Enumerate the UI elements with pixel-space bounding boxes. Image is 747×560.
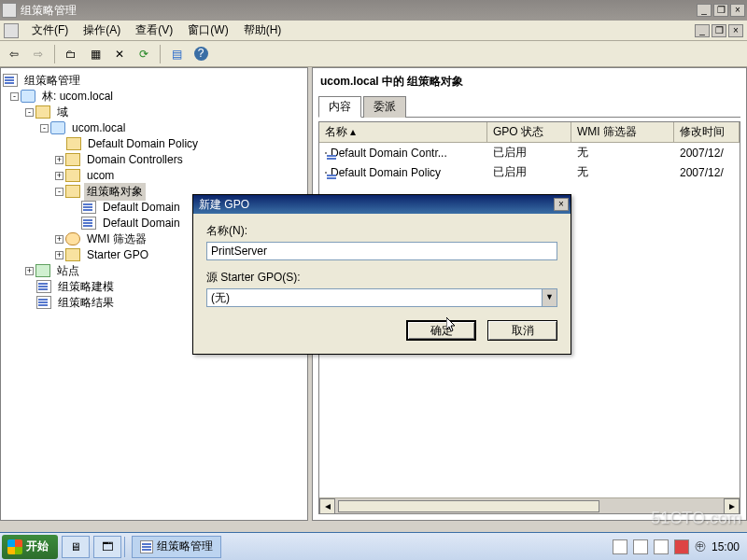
menu-action[interactable]: 操作(A) [76,21,128,40]
clock[interactable]: 15:00 [712,540,740,553]
maximize-button[interactable]: ❐ [713,4,728,17]
tree-default-domain-policy[interactable]: Default Domain Policy [3,136,305,151]
help-icon: ? [194,47,208,61]
expand-icon[interactable]: + [55,172,63,180]
menu-help[interactable]: 帮助(H) [236,21,289,40]
scroll-thumb[interactable] [338,500,599,512]
source-label: 源 Starter GPO(S): [206,270,557,286]
col-name[interactable]: 名称 ▴ [319,122,487,142]
delete-button[interactable]: ✕ [109,44,130,64]
dialog-titlebar[interactable]: 新建 GPO × [193,195,571,214]
gpo-icon [325,172,327,174]
show-hide-tree-button[interactable]: ▦ [85,44,106,64]
start-button[interactable]: 开始 [2,535,58,559]
expand-icon[interactable]: + [55,156,63,164]
child-minimize-button[interactable]: _ [695,24,710,37]
expand-icon[interactable]: + [55,235,63,244]
desktop-icon: 🖥 [70,540,81,553]
toolbar-separator [54,45,55,63]
gpo-folder-icon [65,185,80,198]
expand-icon[interactable]: + [25,267,34,275]
source-starter-combo[interactable]: (无) ▼ [206,288,557,307]
up-button[interactable]: 🗀 [61,44,81,64]
gpo-name-input[interactable] [206,242,557,260]
child-restore-button[interactable]: ❐ [712,24,726,37]
chevron-down-icon[interactable]: ▼ [542,289,557,306]
scroll-left-icon[interactable]: ◂ [319,498,335,514]
sites-icon [35,264,50,277]
delete-icon: ✕ [115,48,124,61]
col-wmi[interactable]: WMI 筛选器 [571,122,674,142]
tabs: 内容 委派 [318,95,740,118]
gpo-link-icon [66,137,81,150]
windows-flag-icon [7,539,22,554]
taskbar-separator [124,537,125,557]
new-gpo-dialog: 新建 GPO × 名称(N): 源 Starter GPO(S): (无) ▼ … [192,194,571,355]
folder-up-icon: 🗀 [65,48,77,61]
tree-domain-controllers[interactable]: +Domain Controllers [3,152,305,167]
forward-button[interactable]: ⇨ [28,44,49,64]
collapse-icon[interactable]: - [10,92,19,101]
quicklaunch-item[interactable]: 🗔 [93,536,121,558]
gpo-icon [81,217,96,230]
collapse-icon[interactable]: - [55,188,63,196]
ime-indicator[interactable]: ㊥ [695,539,706,554]
dialog-title: 新建 GPO [195,197,249,213]
menu-window[interactable]: 窗口(W) [180,21,235,40]
help-button[interactable]: ? [190,44,211,64]
list-row[interactable]: Default Domain Contr... 已启用 无 2007/12/ [319,143,740,162]
tray-icon[interactable] [613,539,627,554]
properties-button[interactable]: ▤ [166,44,187,64]
wmi-icon [65,232,80,245]
tray-security-icon[interactable] [674,539,689,554]
tray-volume-icon[interactable] [654,539,669,554]
results-icon [36,296,51,309]
tree-domains[interactable]: -域 [3,105,305,119]
refresh-button[interactable]: ⟳ [134,44,154,64]
back-icon: ⇦ [9,48,19,61]
gpo-icon [325,152,327,154]
combo-value: (无) [207,290,542,306]
dialog-close-button[interactable]: × [554,198,569,211]
menu-view[interactable]: 查看(V) [128,21,180,40]
expand-icon[interactable]: + [55,251,63,259]
tray-icon[interactable] [633,539,648,554]
cancel-button[interactable]: 取消 [487,320,557,341]
quicklaunch-item[interactable]: 🖥 [62,536,90,558]
app-icon [140,540,153,553]
name-label: 名称(N): [206,223,557,239]
explorer-icon: 🗔 [102,540,113,553]
app-titlebar: 组策略管理 _ ❐ × [0,0,747,21]
folder-icon [35,105,50,119]
list-header: 名称 ▴ GPO 状态 WMI 筛选器 修改时间 [319,122,740,143]
col-state[interactable]: GPO 状态 [487,122,571,142]
taskbar-app-button[interactable]: 组策略管理 [132,536,221,558]
watermark: 51CTO.com [651,509,741,528]
gpmc-icon [3,74,18,87]
menu-file[interactable]: 文件(F) [24,21,76,40]
tree-domain[interactable]: -ucom.local [3,120,305,135]
back-button[interactable]: ⇦ [4,44,24,64]
tree-forest[interactable]: -林: ucom.local [3,89,305,104]
list-row[interactable]: Default Domain Policy 已启用 无 2007/12/ [319,162,740,182]
col-modified[interactable]: 修改时间 [674,122,740,142]
mmc-icon [4,23,19,38]
ok-button[interactable]: 确定 [406,320,476,341]
toolbar-separator [160,45,161,63]
tab-delegate[interactable]: 委派 [363,96,406,118]
sort-asc-icon: ▴ [350,125,356,138]
forward-icon: ⇨ [34,48,43,61]
tree-ucom-ou[interactable]: +ucom [3,168,305,183]
collapse-icon[interactable]: - [25,108,34,117]
child-close-button[interactable]: × [728,24,743,37]
collapse-icon[interactable]: - [40,124,49,133]
close-button[interactable]: × [730,4,745,17]
system-tray: ㊥ 15:00 [607,536,745,558]
forest-icon [21,90,35,103]
taskbar: 开始 🖥 🗔 组策略管理 ㊥ 15:00 [0,532,747,560]
minimize-button[interactable]: _ [697,4,712,17]
app-icon [2,3,17,18]
tab-content[interactable]: 内容 [318,96,361,118]
refresh-icon: ⟳ [139,48,148,61]
tree-root[interactable]: 组策略管理 [3,73,305,88]
